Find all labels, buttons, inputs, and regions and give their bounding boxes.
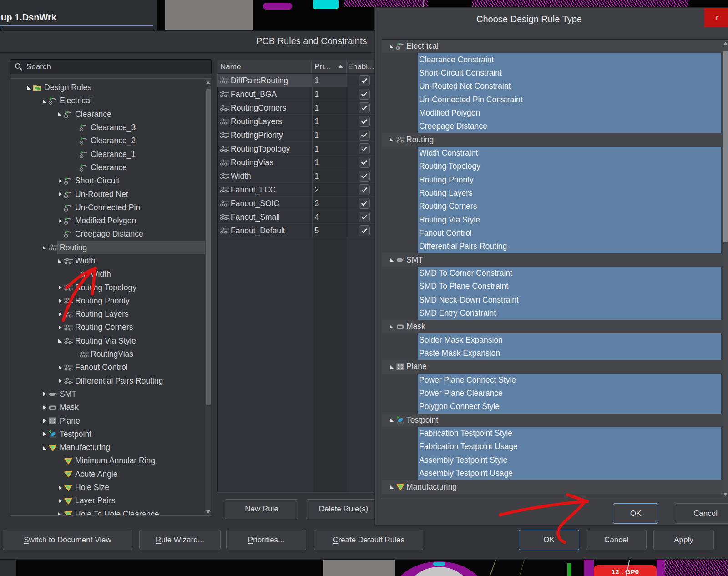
dialog-group-routing[interactable]: Routing [382,133,728,146]
table-row-fanout-small[interactable]: Fanout_Small4 [217,210,381,224]
dialog-item-un-connected-pin-constraint[interactable]: Un-Connected Pin Constraint [418,93,721,106]
dialog-item-power-plane-connect-style[interactable]: Power Plane Connect Style [418,374,721,387]
dialog-item-smd-neck-down-constraint[interactable]: SMD Neck-Down Constraint [418,293,721,307]
column-header-priority[interactable]: Pri... [312,60,347,73]
dialog-item-routing-priority[interactable]: Routing Priority [418,173,721,186]
dialog-item-creepage-distance[interactable]: Creepage Distance [418,120,721,133]
expanded-arrow-icon[interactable] [388,418,396,422]
collapsed-arrow-icon[interactable] [56,365,64,370]
tree-item-differential-pairs-routing[interactable]: Differential Pairs Routing [10,374,205,388]
priorities-button[interactable]: Priorities... [226,530,306,550]
tree-item-routing-topology[interactable]: Routing Topology [10,281,205,294]
collapsed-arrow-icon[interactable] [56,192,64,197]
expanded-arrow-icon[interactable] [41,245,48,250]
dialog-group-electrical[interactable]: Electrical [382,40,728,53]
dialog-item-clearance-constraint[interactable]: Clearance Constraint [418,53,721,66]
scroll-down-icon[interactable] [206,509,211,515]
tree-item-testpoint[interactable]: Testpoint [10,428,205,441]
dialog-item-un-routed-net-constraint[interactable]: Un-Routed Net Constraint [418,80,721,93]
expanded-arrow-icon[interactable] [388,44,396,49]
search-input[interactable] [25,62,200,72]
table-row-fanout-default[interactable]: Fanout_Default5 [217,224,381,237]
tree-item-un-connected-pin[interactable]: Un-Connected Pin [10,201,205,214]
collapsed-arrow-icon[interactable] [56,379,64,383]
tree-item-clearance-3[interactable]: Clearance_3 [10,121,205,134]
collapsed-arrow-icon[interactable] [56,325,64,330]
dialog-scrollbar[interactable] [723,40,728,497]
editor-cancel-button[interactable]: Cancel [586,530,647,550]
dialog-group-manufacturing[interactable]: Manufacturing [382,480,728,493]
dialog-item-assembly-testpoint-usage[interactable]: Assembly Testpoint Usage [418,467,721,480]
enabled-checkbox[interactable] [359,171,370,182]
delete-rules-button[interactable]: Delete Rule(s) [306,499,381,519]
tree-item-mask[interactable]: Mask [10,401,205,414]
editor-ok-button[interactable]: OK [519,530,579,550]
dialog-item-routing-topology[interactable]: Routing Topology [418,160,721,173]
tree-item-smt[interactable]: SMT [10,388,205,401]
collapsed-arrow-icon[interactable] [56,179,64,183]
tree-item-un-routed-net[interactable]: Un-Routed Net [10,187,205,201]
expanded-arrow-icon[interactable] [41,99,48,103]
table-row-routingpriority[interactable]: RoutingPriority1 [217,128,381,142]
tree-item-modified-polygon[interactable]: Modified Polygon [10,214,205,227]
dialog-item-modified-polygon[interactable]: Modified Polygon [418,106,721,120]
tree-item-routingvias[interactable]: RoutingVias [10,348,205,361]
enabled-checkbox[interactable] [359,157,370,168]
dialog-item-assembly-testpoint-style[interactable]: Assembly Testpoint Style [418,454,721,467]
rule-wizard-button[interactable]: Rule Wizard... [139,530,221,550]
tree-item-routing-priority[interactable]: Routing Priority [10,294,205,308]
tree-item-routing-corners[interactable]: Routing Corners [10,321,205,334]
enabled-checkbox[interactable] [359,225,370,236]
collapsed-arrow-icon[interactable] [56,499,64,503]
dialog-item-routing-layers[interactable]: Routing Layers [418,187,721,200]
expanded-arrow-icon[interactable] [56,112,64,116]
dialog-item-width-constraint[interactable]: Width Constraint [418,147,721,160]
tree-item-width[interactable]: Width [10,254,205,268]
tree-scrollbar[interactable] [205,79,211,515]
new-rule-button[interactable]: New Rule [225,499,298,519]
expanded-arrow-icon[interactable] [388,324,396,329]
dialog-item-fabrication-testpoint-usage[interactable]: Fabrication Testpoint Usage [418,440,721,453]
search-box[interactable] [10,59,212,74]
expanded-arrow-icon[interactable] [25,86,33,90]
tree-item-width[interactable]: Width [10,268,205,281]
switch-to-document-view-button[interactable]: Switch to Document View [3,530,132,550]
table-row-routingcorners[interactable]: RoutingCorners1 [217,101,381,115]
tree-item-hole-to-hole-clearance[interactable]: Hole To Hole Clearance [10,508,205,516]
tree-item-manufacturing[interactable]: Manufacturing [10,441,205,454]
collapsed-arrow-icon[interactable] [56,285,64,290]
expanded-arrow-icon[interactable] [388,137,396,142]
enabled-checkbox[interactable] [359,184,370,195]
dialog-item-fanout-control[interactable]: Fanout Control [418,227,721,240]
tree-item-fanout-control[interactable]: Fanout Control [10,361,205,374]
table-row-routingtopology[interactable]: RoutingTopology1 [217,142,381,156]
dialog-item-paste-mask-expansion[interactable]: Paste Mask Expansion [418,347,721,360]
dialog-ok-button[interactable]: OK [613,503,658,524]
dialog-group-testpoint[interactable]: Testpoint [382,414,728,427]
dialog-scrollbar-thumb[interactable] [723,51,728,242]
scroll-down-icon[interactable] [723,491,728,497]
dialog-item-solder-mask-expansion[interactable]: Solder Mask Expansion [418,333,721,347]
table-row-routinglayers[interactable]: RoutingLayers1 [217,115,381,128]
tree-scrollbar-thumb[interactable] [206,89,211,405]
enabled-checkbox[interactable] [359,116,370,127]
expanded-arrow-icon[interactable] [388,258,396,262]
tree-item-minimum-annular-ring[interactable]: Minimum Annular Ring [10,454,205,467]
enabled-checkbox[interactable] [359,89,370,100]
table-row-fanout-soic[interactable]: Fanout_SOIC3 [217,197,381,210]
enabled-checkbox[interactable] [359,130,370,141]
collapsed-arrow-icon[interactable] [41,392,48,396]
expanded-arrow-icon[interactable] [388,364,396,369]
expanded-arrow-icon[interactable] [388,485,396,489]
enabled-checkbox[interactable] [359,212,370,222]
collapsed-arrow-icon[interactable] [41,405,48,410]
create-default-rules-button[interactable]: Create Default Rules [314,530,423,550]
dialog-item-differential-pairs-routing[interactable]: Differential Pairs Routing [418,240,721,253]
dialog-group-smt[interactable]: SMT [382,253,728,267]
enabled-checkbox[interactable] [359,102,370,113]
tree-item-electrical[interactable]: Electrical [10,94,205,107]
dialog-item-power-plane-clearance[interactable]: Power Plane Clearance [418,387,721,400]
tree-item-creepage-distance[interactable]: Creepage Distance [10,227,205,241]
enabled-checkbox[interactable] [359,143,370,154]
table-row-width[interactable]: Width1 [217,169,381,183]
